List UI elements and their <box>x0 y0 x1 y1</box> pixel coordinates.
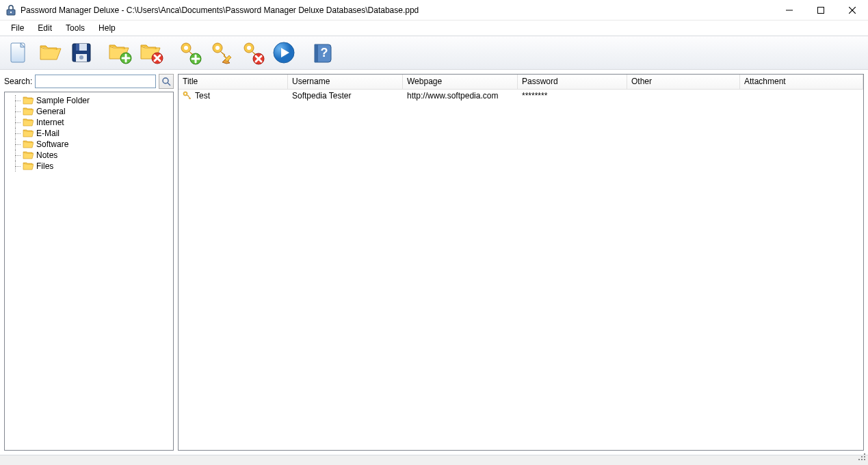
tree-label: Sample Folder <box>36 96 90 105</box>
add-key-button[interactable] <box>175 38 204 67</box>
cell-username: Softpedia Tester <box>288 90 403 101</box>
folder-icon <box>23 118 34 127</box>
svg-point-25 <box>163 78 168 83</box>
edit-key-button[interactable] <box>207 38 235 67</box>
search-button[interactable] <box>159 74 174 89</box>
delete-folder-button[interactable] <box>137 38 166 67</box>
toolbar-separator <box>301 40 305 65</box>
svg-point-18 <box>215 46 220 50</box>
add-folder-button[interactable] <box>105 38 134 67</box>
help-button[interactable]: ? <box>308 38 337 67</box>
tree-label: Internet <box>36 118 64 127</box>
tree-item[interactable]: Notes <box>6 150 172 161</box>
menu-help[interactable]: Help <box>92 22 122 34</box>
folder-icon <box>23 140 34 149</box>
window-title: Password Manager Deluxe - C:\Users\Anca\… <box>21 5 774 15</box>
column-other[interactable]: Other <box>627 75 740 89</box>
svg-point-11 <box>79 55 83 59</box>
svg-rect-3 <box>818 7 824 13</box>
statusbar <box>0 455 868 465</box>
search-input[interactable] <box>35 75 156 88</box>
play-button[interactable] <box>269 38 298 67</box>
app-icon <box>5 5 16 16</box>
close-button[interactable] <box>837 0 868 20</box>
svg-line-26 <box>168 83 170 85</box>
cell-text: Test <box>195 91 210 101</box>
svg-rect-33 <box>861 459 863 460</box>
tree-label: E-Mail <box>36 129 60 138</box>
tree-item[interactable]: Internet <box>6 117 172 128</box>
toolbar-separator <box>168 40 172 65</box>
search-row: Search: <box>4 74 174 89</box>
tree-item[interactable]: Files <box>6 161 172 172</box>
titlebar: Password Manager Deluxe - C:\Users\Anca\… <box>0 0 868 21</box>
column-username[interactable]: Username <box>288 75 403 89</box>
menu-edit[interactable]: Edit <box>31 22 59 34</box>
key-icon <box>183 91 192 101</box>
left-panel: Search: Sample Folder General Internet E… <box>4 74 174 451</box>
resize-grip-icon[interactable] <box>858 453 867 464</box>
tree-line <box>13 128 23 139</box>
window-controls <box>774 0 868 20</box>
save-button[interactable] <box>67 38 96 67</box>
toolbar: ? <box>0 36 868 70</box>
svg-point-28 <box>185 92 186 94</box>
column-title[interactable]: Title <box>179 75 288 89</box>
column-webpage[interactable]: Webpage <box>403 75 518 89</box>
svg-rect-29 <box>864 453 865 455</box>
tree-item[interactable]: Software <box>6 139 172 150</box>
folder-icon <box>23 107 34 116</box>
tree-label: Notes <box>36 150 57 160</box>
tree-line <box>13 95 23 106</box>
svg-rect-32 <box>858 459 860 460</box>
tree-line <box>13 139 23 150</box>
open-folder-button[interactable] <box>36 38 64 67</box>
tree-item[interactable]: E-Mail <box>6 128 172 139</box>
svg-point-15 <box>184 46 188 50</box>
cell-title: Test <box>179 90 288 102</box>
cell-webpage: http://www.softpedia.com <box>403 90 518 101</box>
folder-icon <box>23 96 34 105</box>
folder-icon <box>23 129 34 138</box>
search-label: Search: <box>4 77 32 86</box>
tree-line <box>13 161 23 172</box>
svg-rect-9 <box>76 44 79 51</box>
column-password[interactable]: Password <box>518 75 627 89</box>
tree-label: General <box>36 107 66 116</box>
menu-tools[interactable]: Tools <box>59 22 92 34</box>
tree-line <box>13 117 23 128</box>
toolbar-separator <box>98 40 103 65</box>
menu-file[interactable]: File <box>4 22 31 34</box>
tree-item[interactable]: General <box>6 106 172 117</box>
svg-point-20 <box>247 46 251 50</box>
maximize-button[interactable] <box>805 0 837 20</box>
svg-rect-23 <box>315 44 318 62</box>
content-area: Search: Sample Folder General Internet E… <box>0 70 868 455</box>
delete-key-button[interactable] <box>238 38 267 67</box>
tree-label: Software <box>36 140 68 149</box>
svg-rect-34 <box>864 459 865 460</box>
svg-rect-31 <box>864 456 865 457</box>
tree-item[interactable]: Sample Folder <box>6 95 172 106</box>
svg-rect-30 <box>861 456 863 457</box>
folder-icon <box>23 150 34 160</box>
grid-body: Test Softpedia Tester http://www.softped… <box>179 90 863 450</box>
tree-line <box>13 106 23 117</box>
svg-point-1 <box>10 11 12 12</box>
svg-text:?: ? <box>321 46 328 59</box>
cell-password: ******** <box>518 90 627 101</box>
grid-row[interactable]: Test Softpedia Tester http://www.softped… <box>179 90 863 102</box>
tree-line <box>13 150 23 161</box>
grid-header: Title Username Webpage Password Other At… <box>179 75 863 90</box>
cell-attachment <box>740 95 863 96</box>
menubar: File Edit Tools Help <box>0 21 868 36</box>
folder-tree[interactable]: Sample Folder General Internet E-Mail So… <box>4 92 174 451</box>
minimize-button[interactable] <box>774 0 805 20</box>
cell-other <box>627 95 740 96</box>
column-attachment[interactable]: Attachment <box>740 75 863 89</box>
folder-icon <box>23 161 34 171</box>
new-file-button[interactable] <box>4 38 33 67</box>
entries-grid: Title Username Webpage Password Other At… <box>178 74 864 451</box>
tree-label: Files <box>36 161 53 171</box>
